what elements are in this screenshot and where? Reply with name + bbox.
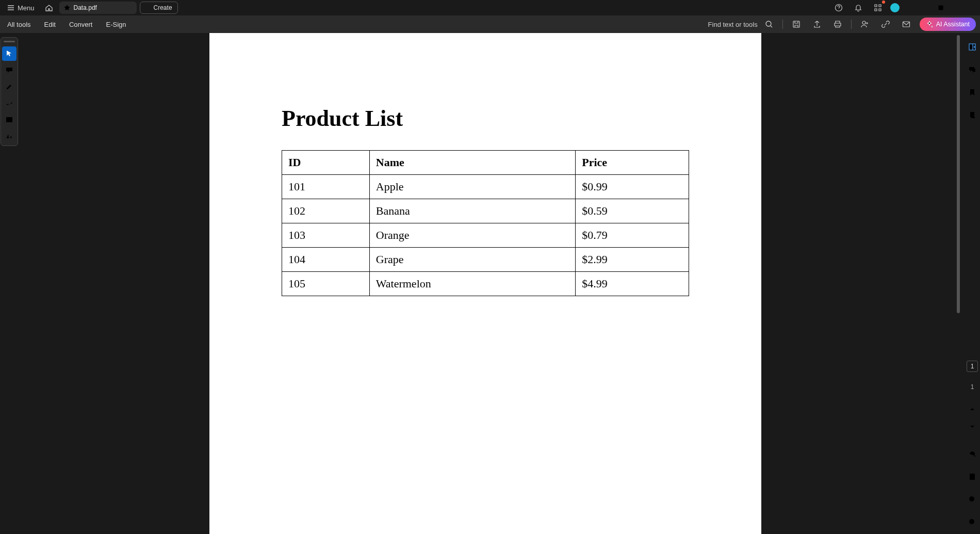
page-up-button[interactable] (969, 405, 975, 413)
page-down-button[interactable] (969, 423, 975, 431)
tab-close-button[interactable] (127, 5, 133, 11)
select-tool[interactable] (2, 46, 17, 61)
highlighter-icon (5, 83, 13, 91)
cell-name: Apple (369, 175, 575, 199)
ai-assistant-button[interactable]: AI Assistant (920, 18, 976, 31)
user-plus-icon (861, 20, 869, 28)
text-box-icon (5, 116, 13, 124)
apps-button[interactable] (871, 1, 885, 15)
menu-label: Menu (18, 4, 35, 12)
cursor-icon (5, 50, 13, 58)
fit-page-button[interactable] (966, 470, 979, 483)
hamburger-icon (7, 4, 14, 11)
save-button[interactable] (789, 17, 804, 31)
draw-tool[interactable] (2, 96, 17, 110)
star-icon (63, 4, 71, 11)
cell-id: 104 (282, 248, 370, 272)
zoom-out-button[interactable] (966, 515, 979, 529)
svg-point-11 (969, 519, 974, 524)
cell-price: $0.99 (576, 175, 689, 199)
cell-price: $0.59 (576, 199, 689, 223)
document-tab[interactable]: Data.pdf (59, 2, 137, 14)
table-row: 105Watermelon$4.99 (282, 272, 689, 296)
window-close[interactable] (956, 1, 977, 15)
email-button[interactable] (899, 17, 913, 31)
search-button[interactable] (762, 17, 776, 31)
zoom-in-button[interactable] (966, 493, 979, 506)
esign-button[interactable]: E-Sign (103, 19, 129, 30)
rail-drag-handle[interactable] (4, 41, 15, 42)
zoom-in-icon (968, 495, 976, 504)
share-icon (813, 20, 821, 28)
maximize-icon (938, 5, 944, 11)
divider (851, 20, 852, 29)
right-panel-rail: 1 1 (965, 33, 980, 534)
document-title: Product List (282, 105, 689, 132)
close-icon (127, 5, 133, 11)
svg-point-10 (969, 496, 974, 501)
apps-icon (874, 4, 882, 12)
tab-label: Data.pdf (74, 4, 97, 11)
menu-button[interactable]: Menu (3, 2, 39, 14)
svg-rect-9 (970, 474, 975, 480)
help-button[interactable] (831, 1, 846, 15)
highlight-tool[interactable] (2, 79, 17, 94)
all-tools-button[interactable]: All tools (4, 19, 34, 30)
mail-icon (902, 20, 910, 28)
fit-page-icon (968, 473, 976, 481)
text-tool[interactable] (2, 112, 17, 127)
create-label: Create (154, 4, 172, 11)
edit-button[interactable]: Edit (41, 19, 59, 30)
page-number-input[interactable]: 1 (967, 361, 978, 372)
bookmark-icon (968, 88, 976, 96)
col-header-price: Price (576, 151, 689, 175)
create-button[interactable]: Create (140, 2, 178, 14)
print-button[interactable] (830, 17, 845, 31)
help-icon (835, 4, 843, 12)
bell-icon (854, 4, 862, 12)
link-button[interactable] (878, 17, 893, 31)
share-button[interactable] (810, 17, 824, 31)
current-page: 1 (971, 363, 974, 370)
viewport-scrollbar[interactable] (952, 33, 965, 534)
sign-tool[interactable] (2, 129, 17, 143)
cell-name: Orange (369, 223, 575, 248)
window-maximize[interactable] (930, 1, 951, 15)
cell-price: $2.99 (576, 248, 689, 272)
cell-id: 101 (282, 175, 370, 199)
system-icons (831, 1, 977, 15)
table-row: 102Banana$0.59 (282, 199, 689, 223)
comment-tool[interactable] (2, 63, 17, 77)
svg-point-4 (862, 21, 865, 24)
request-signatures-button[interactable] (858, 17, 872, 31)
cell-name: Banana (369, 199, 575, 223)
comment-icon (5, 66, 13, 74)
col-header-name: Name (369, 151, 575, 175)
scrollbar-thumb[interactable] (957, 35, 960, 313)
home-button[interactable] (42, 1, 56, 15)
comments-panel-button[interactable] (966, 63, 979, 76)
link-icon (881, 20, 890, 28)
panel-collapse-icon (968, 43, 976, 51)
window-minimize[interactable] (905, 1, 925, 15)
draw-icon (5, 99, 13, 107)
search-icon (765, 20, 773, 28)
sub-toolbar: All tools Edit Convert E-Sign Find text … (0, 15, 980, 33)
table-row: 101Apple$0.99 (282, 175, 689, 199)
divider (782, 20, 783, 29)
panel-toggle-button[interactable] (966, 40, 979, 54)
notifications-button[interactable] (851, 1, 865, 15)
bookmarks-panel-button[interactable] (966, 86, 979, 99)
left-tool-rail (0, 33, 19, 534)
thumbnails-panel-button[interactable] (966, 108, 979, 122)
search-label[interactable]: Find text or tools (708, 21, 758, 28)
cell-price: $4.99 (576, 272, 689, 296)
convert-button[interactable]: Convert (66, 19, 96, 30)
rotate-icon (968, 450, 976, 458)
document-viewport[interactable]: Product List ID Name Price 101Apple$0.99… (19, 33, 952, 534)
rotate-button[interactable] (966, 447, 979, 461)
table-row: 103Orange$0.79 (282, 223, 689, 248)
avatar[interactable] (890, 3, 900, 12)
print-icon (834, 20, 842, 28)
cell-name: Watermelon (369, 272, 575, 296)
